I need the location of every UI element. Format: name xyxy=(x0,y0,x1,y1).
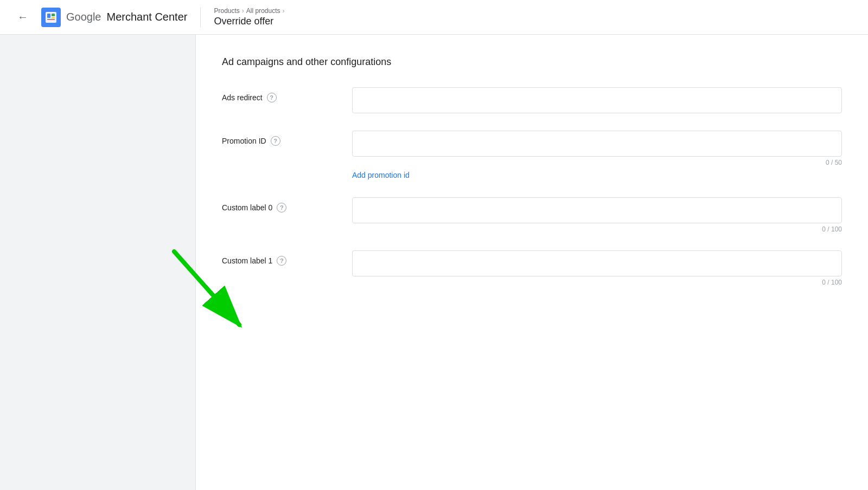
custom-label-1-row: Custom label 1 ? 0 / 100 xyxy=(222,250,842,286)
content-area: Ad campaigns and other configurations Ad… xyxy=(195,35,868,490)
main-layout: Ad campaigns and other configurations Ad… xyxy=(0,35,868,490)
custom-label-0-input[interactable] xyxy=(352,197,842,223)
svg-rect-4 xyxy=(52,17,55,18)
ads-redirect-help-icon[interactable]: ? xyxy=(267,93,277,102)
custom-label-0-label: Custom label 0 xyxy=(222,203,272,212)
promotion-id-input[interactable] xyxy=(352,131,842,157)
ads-redirect-label: Ads redirect xyxy=(222,93,263,102)
sidebar xyxy=(0,35,195,490)
promotion-id-help-icon[interactable]: ? xyxy=(271,136,280,146)
header: ← Google Merchant Center Products › All … xyxy=(0,0,868,35)
custom-label-1-label-group: Custom label 1 ? xyxy=(222,250,330,266)
custom-label-1-help-icon[interactable]: ? xyxy=(277,256,286,266)
custom-label-0-help-icon[interactable]: ? xyxy=(277,203,286,212)
custom-label-0-char-count: 0 / 100 xyxy=(352,225,842,233)
back-arrow-icon: ← xyxy=(17,11,28,23)
svg-rect-5 xyxy=(47,19,55,20)
custom-label-1-input[interactable] xyxy=(352,250,842,276)
promotion-id-label-group: Promotion ID ? xyxy=(222,131,330,146)
app-name-google: Google xyxy=(66,11,101,23)
custom-label-1-char-count: 0 / 100 xyxy=(352,279,842,286)
custom-label-0-field-group: 0 / 100 xyxy=(352,197,842,233)
promotion-id-row: Promotion ID ? 0 / 50 Add promotion id xyxy=(222,131,842,180)
app-logo: Google Merchant Center xyxy=(41,8,187,27)
promotion-id-label: Promotion ID xyxy=(222,137,266,145)
custom-label-0-row: Custom label 0 ? 0 / 100 xyxy=(222,197,842,233)
app-name-merchant: Merchant Center xyxy=(107,11,188,23)
custom-label-0-label-group: Custom label 0 ? xyxy=(222,197,330,212)
custom-label-1-field-group: 0 / 100 xyxy=(352,250,842,286)
chevron-right-icon-1: › xyxy=(242,7,244,15)
page-title: Override offer xyxy=(214,16,284,27)
svg-rect-2 xyxy=(47,14,50,18)
chevron-right-icon-2: › xyxy=(283,7,285,15)
custom-label-1-label: Custom label 1 xyxy=(222,256,272,265)
breadcrumb-top: Products › All products › xyxy=(214,7,284,15)
ads-redirect-row: Ads redirect ? xyxy=(222,87,842,113)
ads-redirect-field-group xyxy=(352,87,842,113)
back-button[interactable]: ← xyxy=(13,8,33,27)
breadcrumb-products[interactable]: Products xyxy=(214,7,239,15)
promotion-id-char-count: 0 / 50 xyxy=(352,159,842,166)
header-divider xyxy=(200,8,201,27)
promotion-id-field-group: 0 / 50 Add promotion id xyxy=(352,131,842,180)
ads-redirect-label-group: Ads redirect ? xyxy=(222,87,330,102)
add-promotion-id-link[interactable]: Add promotion id xyxy=(352,171,410,179)
breadcrumb: Products › All products › Override offer xyxy=(214,7,284,27)
svg-rect-3 xyxy=(52,14,55,16)
ads-redirect-input[interactable] xyxy=(352,87,842,113)
breadcrumb-all-products[interactable]: All products xyxy=(246,7,280,15)
section-title: Ad campaigns and other configurations xyxy=(222,56,842,68)
logo-icon xyxy=(41,8,61,27)
